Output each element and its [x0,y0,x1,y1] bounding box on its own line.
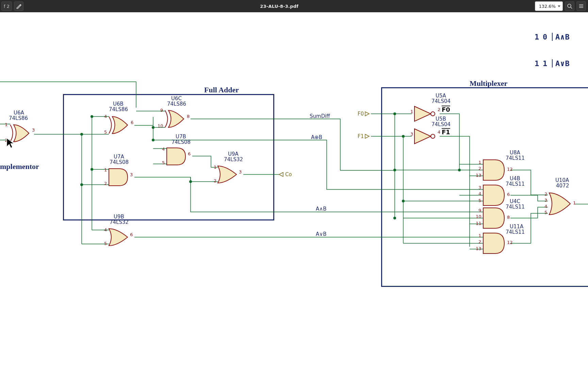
zoom-dropdown[interactable]: 132.6% [535,1,563,11]
document-title: 23-ALU-8-3.pdf [260,4,298,9]
u8a-pin13: 13 [476,173,481,178]
u6c-pin10: 10 [158,123,163,128]
u9a-pin1: 1 [214,165,216,170]
u6b-pin5: 5 [104,129,107,135]
f0bar: F0 [442,106,450,113]
u7b-pin4: 4 [162,147,165,152]
chevron-down-icon [558,5,560,7]
u9b-pin6: 6 [130,232,133,237]
u4b-pin6: 6 [507,192,510,197]
search-icon [567,3,572,9]
svg-point-11 [393,169,396,171]
svg-point-12 [458,169,461,171]
u6b-pin4: 4 [104,114,107,119]
u8a-part: 74LS11 [506,155,525,161]
u10a-part: 4072 [556,183,569,189]
u6a-pin3: 3 [32,127,35,133]
u9b-part: 74LS32 [110,219,129,225]
u6c-part: 74LS86 [167,101,186,107]
u9b-pin4: 4 [104,227,107,232]
net-sumdiff: SumDiff [310,113,330,119]
u11a-pin2: 2 [478,239,481,244]
u4c-pin10: 10 [476,214,481,219]
u7a-pin1: 1 [104,167,107,172]
u4b-part: 74LS11 [506,181,525,187]
page-indicator[interactable]: f 2 [1,1,12,11]
u6b-pin6: 6 [131,120,133,125]
pdf-page[interactable]: 10A∧B 11A∨B mplementor Full Adder Multip… [0,12,588,368]
search-button[interactable] [565,1,574,11]
u6a-part: 74LS86 [9,115,28,121]
menu-button[interactable] [576,1,586,11]
cursor-icon [6,138,14,149]
u8a-pin12: 12 [507,167,513,172]
u6c-pin9: 9 [160,108,163,113]
u7a-pin3: 3 [130,172,133,177]
u7b-pin5: 5 [162,160,165,165]
u10a-pin3: 3 [544,198,547,203]
u10a-pin1: 1 [573,200,576,205]
gate-u7a: U7A 74LS08 1 2 3 [104,154,133,186]
svg-point-6 [152,126,154,129]
u10a-pin4: 4 [544,204,547,209]
u4c-pin9: 9 [478,208,481,213]
u7b-part: 74LS08 [172,139,191,145]
u9a-part: 74LS32 [224,156,243,163]
page-indicator-label: f 2 [4,4,10,9]
u5b-pin3: 3 [410,132,413,137]
junctions [80,112,461,219]
svg-point-14 [393,217,396,219]
svg-point-0 [568,4,571,7]
u11a-part: 74LS11 [506,229,525,235]
net-axorb: A⊕B [311,134,322,140]
u5a-pin2: 2 [438,107,440,112]
svg-point-8 [189,180,192,183]
gate-u7b: U7B 74LS08 4 5 6 [162,134,191,165]
u5b-part: 74LS04 [431,121,451,127]
co-label: Co [285,171,292,178]
svg-point-2 [91,115,93,118]
u10a-pin2: 2 [544,191,547,197]
f0-label: F0 [358,111,364,117]
svg-point-9 [393,112,396,115]
u4b-pin4: 4 [478,191,481,196]
gate-u6c: U6C 74LS86 9 10 8 [158,95,190,128]
u11a-pin1: 1 [478,233,481,238]
net-aandb: A∧B [316,206,327,212]
svg-point-7 [152,139,154,141]
hamburger-icon [578,3,584,9]
u4c-part: 74LS11 [506,204,525,210]
port-co: Co [279,171,292,178]
u11a-pin12: 12 [507,240,513,245]
schematic-canvas: U6A 74LS86 1 2 3 U6B 74LS86 4 5 6 U6C 74… [0,12,588,368]
u6b-part: 74LS86 [109,106,128,112]
pdf-toolbar: f 2 23-ALU-8-3.pdf 132.6% [0,0,588,13]
u8a-pin1: 1 [478,160,481,165]
u6c-pin8: 8 [187,114,190,119]
f1bar: F1 [442,128,450,136]
svg-point-4 [91,168,93,171]
gate-u9a: U9A 74LS32 1 2 3 [214,151,243,183]
u9b-pin5: 5 [104,241,107,246]
u5b-pin4: 4 [438,129,440,135]
u4b-pin5: 5 [478,198,481,203]
svg-point-3 [80,133,83,136]
pencil-icon [16,3,21,9]
u6a-pin1: 1 [5,122,7,127]
u7b-pin6: 6 [188,151,191,156]
gate-u6b: U6B 74LS86 4 5 6 [104,101,133,135]
u4c-pin11: 11 [476,221,481,226]
u8a-pin2: 2 [478,166,481,171]
svg-point-5 [80,183,83,186]
gate-u10a: U10A 4072 2 3 4 5 1 [544,177,576,215]
port-f0: F0 [358,111,369,117]
svg-point-10 [402,135,405,138]
svg-point-13 [402,200,405,202]
f1-label: F1 [358,133,364,139]
u11a-pin13: 13 [476,246,481,251]
port-f1: F1 [358,133,369,139]
u7a-pin2: 2 [104,181,107,186]
u4b-pin3: 3 [478,185,481,190]
annotate-button[interactable] [14,1,23,11]
u4c-pin8: 8 [507,215,510,220]
